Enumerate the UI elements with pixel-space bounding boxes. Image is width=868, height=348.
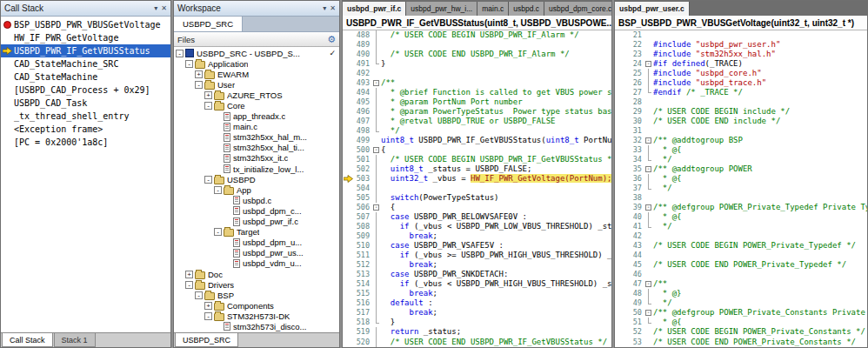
fold-toggle-icon[interactable]: - (645, 61, 651, 67)
code-line[interactable]: 492 (343, 69, 611, 78)
fold-toggle-icon[interactable]: - (645, 204, 651, 211)
tree-item[interactable]: -Target (174, 227, 339, 238)
code-line[interactable]: 493-/** (343, 78, 611, 88)
callstack-bottom-tab[interactable]: Call Stack (2, 333, 53, 347)
code-line[interactable]: 25#include "usbpd_core.h" (615, 69, 867, 78)
tree-item[interactable]: -Core (174, 100, 339, 110)
code-line[interactable]: 40 * @{ (615, 212, 867, 222)
callstack-frame[interactable]: _tx_thread_shell_entry (1, 110, 170, 123)
code-line[interactable]: 500-{ (343, 145, 611, 155)
code-line[interactable]: 494 * @brief Function is called to get V… (343, 88, 611, 97)
code-line[interactable]: 490 /* USER CODE END USBPD_PWR_IF_Alarm … (343, 50, 611, 59)
callstack-frame[interactable]: [PC = 0x2000'1a8c] (1, 136, 170, 149)
code-line[interactable]: 489 (343, 40, 611, 50)
tree-item[interactable]: -USBPD (174, 174, 339, 184)
expander-icon[interactable]: + (204, 302, 212, 310)
editor-right-code[interactable]: 2122#include "usbpd_pwr_user.h"23#includ… (615, 30, 867, 347)
fold-toggle-icon[interactable]: - (373, 147, 379, 153)
callstack-frame[interactable]: HW_IF_PWR_GetVoltage (1, 31, 170, 44)
code-line[interactable]: 488 /* USER CODE BEGIN USBPD_PWR_IF_Alar… (343, 30, 611, 40)
code-line[interactable]: 29/* USER CODE BEGIN include */ (615, 107, 867, 117)
fold-toggle-icon[interactable]: - (645, 166, 651, 172)
expander-icon[interactable]: + (185, 271, 193, 278)
tree-item[interactable]: usbpd_dpm_c... (174, 205, 339, 216)
editor-tab[interactable]: usbpd.c (509, 2, 544, 16)
code-line[interactable]: 34 */ (615, 155, 867, 164)
code-line[interactable]: 517 break; (343, 308, 611, 318)
expander-icon[interactable]: - (204, 312, 212, 320)
code-line[interactable]: 491} (343, 59, 611, 69)
tree-item[interactable]: usbpd_pwr_if.c (174, 217, 339, 227)
code-line[interactable]: 21 (615, 30, 867, 40)
code-line[interactable]: 515 break; (343, 289, 611, 298)
editor-tab[interactable]: usbpd_dpm_core.c (544, 2, 611, 16)
close-icon[interactable]: ✕ (330, 4, 336, 12)
callstack-frame[interactable]: BSP_USBPD_PWR_VBUSGetVoltage (1, 18, 170, 31)
callstack-frame[interactable]: USBPD_PWR_IF_GetVBUSStatus (1, 44, 170, 57)
code-line[interactable]: 514 if (_vbus < USBPD_PWR_HIGH_VBUS_THRE… (343, 279, 611, 289)
code-line[interactable]: 22#include "usbpd_pwr_user.h" (615, 40, 867, 50)
callstack-frame[interactable]: CAD_StateMachine (1, 70, 170, 84)
code-line[interactable]: 504 (343, 184, 611, 193)
tree-item[interactable]: +Doc (174, 269, 339, 279)
code-line[interactable]: 512 break; (343, 260, 611, 270)
code-line[interactable]: 495 * @param PortNum Port number (343, 97, 611, 107)
code-line[interactable]: 48 * @} (615, 289, 867, 298)
tree-item[interactable]: usbpd_dpm_u... (174, 238, 339, 248)
editor-tab[interactable]: usbpd_pwr_user.c (615, 2, 690, 16)
fold-toggle-icon[interactable]: - (645, 281, 651, 287)
callstack-frame[interactable]: CAD_StateMachine_SRC (1, 57, 170, 70)
expander-icon[interactable]: - (214, 228, 222, 236)
code-line[interactable]: 520 /* USER CODE END USBPD_PWR_IF_GetVBU… (343, 338, 611, 347)
code-line[interactable]: 44 (615, 251, 867, 260)
code-line[interactable]: 30/* USER CODE END include */ (615, 117, 867, 126)
code-line[interactable]: 28 (615, 97, 867, 107)
tree-item[interactable]: stm32h5xx_hal_m... (174, 132, 339, 143)
code-line[interactable]: 503 uint32_t _vbus = HW_IF_PWR_GetVoltag… (343, 174, 611, 184)
tree-item[interactable]: -BSP (174, 290, 339, 300)
code-line[interactable]: 510 case USBPD_PWR_VSAFE5V : (343, 241, 611, 251)
fold-toggle-icon[interactable]: - (645, 137, 651, 144)
code-line[interactable]: 42 (615, 231, 867, 241)
code-line[interactable]: 506- { (343, 203, 611, 212)
tree-item[interactable]: -App (174, 184, 339, 195)
expander-icon[interactable]: - (185, 281, 193, 289)
code-line[interactable]: 501 /* USER CODE BEGIN USBPD_PWR_IF_GetV… (343, 155, 611, 164)
tree-item[interactable]: usbpd_pwr_us... (174, 248, 339, 258)
code-line[interactable]: 496 * @param PowerTypeStatus Power type … (343, 107, 611, 117)
code-line[interactable]: 507 case USBPD_PWR_BELOWVSAFE0V : (343, 212, 611, 222)
expander-icon[interactable]: + (204, 91, 212, 99)
code-line[interactable]: 24-#if defined(_TRACE) (615, 59, 867, 69)
code-line[interactable]: 497 * @retval UBBPD_TRUE or USBPD_FALSE (343, 117, 611, 126)
callstack-frame[interactable]: [USBPD_CAD_Process + 0x29] (1, 84, 170, 97)
editor-tab[interactable]: usbpd_pwr_hw_i... (406, 2, 477, 16)
code-line[interactable]: 39-/** @defgroup POWER_Private_Typedef P… (615, 203, 867, 212)
code-line[interactable]: 38 (615, 193, 867, 203)
workspace-bottom-tab[interactable]: USBPD_SRC (175, 333, 238, 347)
close-icon[interactable]: ✕ (161, 4, 167, 12)
code-line[interactable]: 43/* USER CODE BEGIN POWER_Private_Typed… (615, 241, 867, 251)
code-line[interactable]: 35-/** @addtogroup POWER (615, 164, 867, 174)
fold-toggle-icon[interactable]: - (373, 204, 379, 211)
tree-item[interactable]: -USBPD_SRC - USBPD_S...✓ (174, 48, 339, 58)
code-line[interactable]: 50-/** @defgroup POWER_Private_Constants… (615, 308, 867, 318)
code-line[interactable]: 47-/** (615, 279, 867, 289)
tree-item[interactable]: main.c (174, 122, 339, 132)
expander-icon[interactable]: - (195, 81, 203, 89)
code-line[interactable]: 516 default : (343, 298, 611, 308)
code-line[interactable]: 27#endif /* _TRACE */ (615, 88, 867, 97)
fold-toggle-icon[interactable]: - (645, 310, 651, 316)
tree-item[interactable]: app_threadx.c (174, 111, 339, 122)
code-line[interactable]: 36 * @{ (615, 174, 867, 184)
expander-icon[interactable]: + (195, 70, 203, 78)
panel-menu-icon[interactable]: ▾ (323, 4, 326, 12)
code-line[interactable]: 33 * @{ (615, 145, 867, 155)
code-line[interactable]: 508 if (_vbus < USBPD_PWR_LOW_VBUS_THRES… (343, 222, 611, 231)
expander-icon[interactable]: - (204, 176, 212, 184)
tree-item[interactable]: stm32h573i_disco... (174, 321, 339, 331)
code-line[interactable]: 41 */ (615, 222, 867, 231)
editor-left-code[interactable]: 488 /* USER CODE BEGIN USBPD_PWR_IF_Alar… (343, 30, 611, 347)
callstack-frame[interactable]: USBPD_CAD_Task (1, 97, 170, 110)
code-line[interactable]: 45/* USER CODE END POWER_Private_Typedef… (615, 260, 867, 270)
code-line[interactable]: 519 return _status; (343, 327, 611, 337)
